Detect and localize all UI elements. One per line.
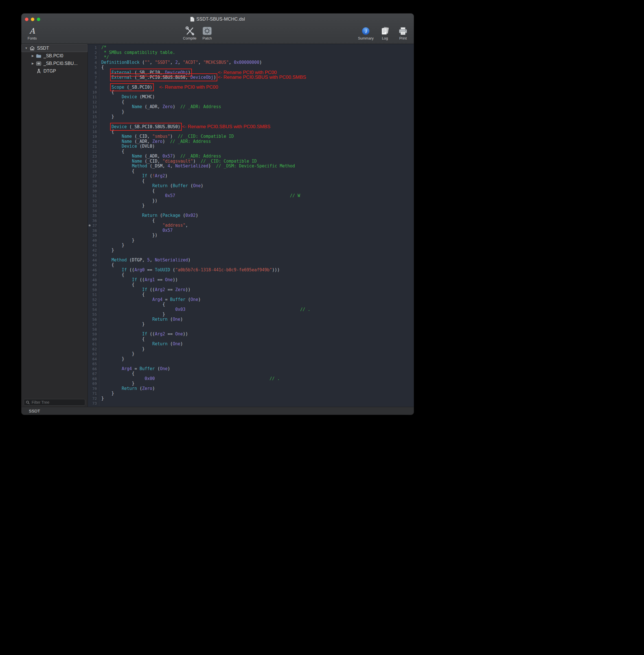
- print-button[interactable]: Print: [396, 26, 410, 40]
- code-line[interactable]: 42 }: [88, 248, 414, 253]
- code-line[interactable]: 35 Return (Package (0x02): [88, 213, 414, 218]
- code-line[interactable]: 4DefinitionBlock ("", "SSDT", 2, "ACDT",…: [88, 60, 414, 65]
- code-line[interactable]: 73: [88, 401, 414, 406]
- code-line[interactable]: 69 }: [88, 381, 414, 386]
- code-line[interactable]: 32 }): [88, 199, 414, 204]
- disclosure-right-icon[interactable]: ▶: [30, 62, 35, 65]
- log-button[interactable]: Log: [378, 26, 392, 40]
- code-line[interactable]: 16: [88, 119, 414, 125]
- code-line[interactable]: 47 {: [88, 272, 414, 277]
- patch-button[interactable]: Patch: [200, 26, 214, 40]
- code-line[interactable]: 21 Device (DVL0): [88, 144, 414, 149]
- line-number: 52: [88, 297, 99, 302]
- code-line[interactable]: 41 }: [88, 243, 414, 248]
- code-line[interactable]: 33 }: [88, 203, 414, 208]
- disclosure-down-icon[interactable]: ▼: [24, 47, 28, 50]
- code-line[interactable]: 24 Name (_CID, "diagsvault") // _CID: Co…: [88, 159, 414, 164]
- code-line[interactable]: 26 {: [88, 169, 414, 174]
- code-line[interactable]: 29 Return (Buffer (One): [88, 183, 414, 188]
- code-line[interactable]: 10 {: [88, 90, 414, 95]
- code-line[interactable]: 1/*: [88, 45, 414, 50]
- code-line[interactable]: 71 }: [88, 391, 414, 396]
- code-line[interactable]: 45 {: [88, 263, 414, 268]
- code-line[interactable]: 3 */: [88, 55, 414, 60]
- line-number: 67: [88, 371, 99, 376]
- filter-tree-input[interactable]: [31, 400, 83, 405]
- code-line[interactable]: 18 {: [88, 129, 414, 134]
- code-line[interactable]: 11 Device (MCHC): [88, 95, 414, 100]
- code-line[interactable]: 59 If ((Arg2 == One)): [88, 332, 414, 337]
- code-line[interactable]: 67 {: [88, 371, 414, 376]
- code-line[interactable]: 66 Arg4 = Buffer (One): [88, 366, 414, 371]
- code-line[interactable]: 56 Return (One): [88, 317, 414, 322]
- code-line[interactable]: 61 Return (One): [88, 342, 414, 347]
- code-line[interactable]: 64 }: [88, 357, 414, 362]
- code-editor[interactable]: 1/*2 * SMBus compatibility table.3 */4De…: [88, 44, 414, 407]
- code-line[interactable]: 52 Arg4 = Buffer (One): [88, 297, 414, 302]
- code-line[interactable]: 38 0x57: [88, 228, 414, 233]
- code-line[interactable]: 62 }: [88, 347, 414, 352]
- code-line[interactable]: 37 "address",: [88, 223, 414, 228]
- sidebar-item-ssdt[interactable]: ▼SSDT: [21, 44, 88, 52]
- code-line[interactable]: 2 * SMBus compatibility table.: [88, 50, 414, 55]
- code-line[interactable]: 39 }): [88, 233, 414, 238]
- code-line[interactable]: 54 0x03 // .: [88, 307, 414, 312]
- code-line[interactable]: 36 {: [88, 218, 414, 223]
- disclosure-right-icon[interactable]: ▶: [30, 54, 35, 57]
- title-bar[interactable]: SSDT-SBUS-MCHC.dsl: [21, 14, 414, 25]
- code-line[interactable]: 60 {: [88, 337, 414, 342]
- code-line[interactable]: 19 Name (_CID, "smbus") // _CID: Compati…: [88, 134, 414, 139]
- code-line[interactable]: 49 {: [88, 282, 414, 288]
- sidebar-item-dtgp[interactable]: DTGP: [21, 67, 88, 75]
- code-line[interactable]: 44 Method (DTGP, 5, NotSerialized): [88, 258, 414, 263]
- code-line[interactable]: 72}: [88, 396, 414, 401]
- line-number: 70: [88, 386, 99, 391]
- code-line[interactable]: 63 }: [88, 352, 414, 357]
- sidebar-item-sb-pci0[interactable]: ▶_SB.PCI0: [21, 52, 88, 60]
- code-line[interactable]: 5{: [88, 65, 414, 70]
- code-line[interactable]: 30 {: [88, 188, 414, 194]
- code-line[interactable]: 25 Method (_DSM, 4, NotSerialized) // _D…: [88, 164, 414, 169]
- code-line[interactable]: 12 {: [88, 100, 414, 105]
- fonts-button[interactable]: AFonts: [25, 26, 39, 40]
- code-line[interactable]: 55 }: [88, 312, 414, 317]
- line-number: 57: [88, 322, 99, 327]
- close-button[interactable]: [25, 18, 28, 21]
- code-line[interactable]: 13 Name (_ADR, Zero) // _ADR: Address: [88, 105, 414, 110]
- minimize-button[interactable]: [31, 18, 34, 21]
- compile-button[interactable]: Compile: [183, 26, 197, 40]
- code-line[interactable]: 34: [88, 208, 414, 213]
- code-line[interactable]: 43: [88, 253, 414, 258]
- code-line[interactable]: 6 External (_SB_.PCI0, DeviceObj) <- Ren…: [88, 70, 414, 75]
- code-line[interactable]: 14 }: [88, 110, 414, 115]
- code-line[interactable]: 57 }: [88, 322, 414, 327]
- code-line[interactable]: 23 Name (_ADR, 0x57) // _ADR: Address: [88, 154, 414, 159]
- code-line[interactable]: 51 {: [88, 292, 414, 297]
- sidebar-item-sb-pci0-sbus[interactable]: ▶_SB.PCI0.SBU...: [21, 60, 88, 67]
- code-line[interactable]: 50 If ((Arg2 == Zero)): [88, 288, 414, 293]
- code-line[interactable]: 31 0x57 // W: [88, 194, 414, 199]
- code-line[interactable]: 22 {: [88, 149, 414, 154]
- code-line[interactable]: 40 }: [88, 238, 414, 243]
- method-icon: [36, 69, 42, 74]
- code-line[interactable]: 48 If ((Arg1 == One)): [88, 277, 414, 283]
- toolbar-label: Print: [399, 36, 407, 40]
- code-line[interactable]: 17 Device (_SB.PCI0.SBUS.BUS0)<- Rename …: [88, 124, 414, 129]
- code-line[interactable]: 28 {: [88, 179, 414, 184]
- toolbar-label: Fonts: [28, 36, 37, 40]
- summary-button[interactable]: iSummary: [358, 26, 374, 40]
- code-line[interactable]: 27 If (!Arg2): [88, 174, 414, 179]
- code-line[interactable]: 68 0x00 // .: [88, 376, 414, 381]
- code-line[interactable]: 58: [88, 327, 414, 332]
- code-line[interactable]: 9 Scope (_SB.PCI0) <- Rename PCI0 with P…: [88, 85, 414, 90]
- code-line[interactable]: 46 If ((Arg0 == ToUUID ("a0b5b7c6-1318-4…: [88, 268, 414, 273]
- code-line[interactable]: 20 Name (_ADR, Zero) // _ADR: Address: [88, 139, 414, 144]
- code-line[interactable]: 7 External (_SB_.PCI0.SBUS.BUS0, DeviceO…: [88, 75, 414, 80]
- code-line[interactable]: 65: [88, 361, 414, 366]
- code-line[interactable]: 53 {: [88, 302, 414, 307]
- zoom-button[interactable]: [37, 18, 40, 21]
- code-line[interactable]: 70 Return (Zero): [88, 386, 414, 391]
- sidebar-tree: ▼SSDT▶_SB.PCI0▶_SB.PCI0.SBU...DTGP: [21, 44, 88, 75]
- code-line[interactable]: 15 }: [88, 114, 414, 119]
- code-line[interactable]: 8: [88, 80, 414, 85]
